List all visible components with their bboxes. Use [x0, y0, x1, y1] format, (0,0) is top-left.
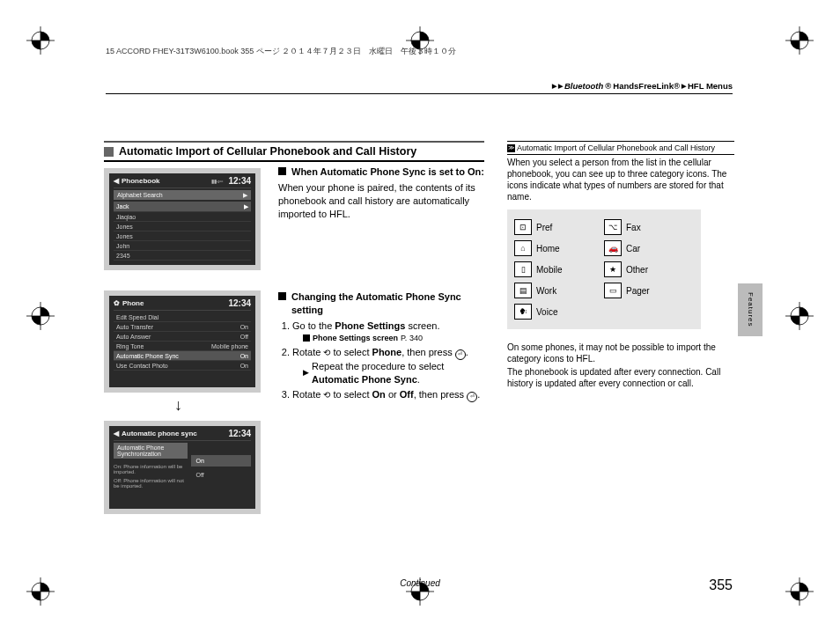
- signal-icon: ▮▮◃▫▫: [211, 178, 223, 184]
- reference-label: Phone Settings screen: [313, 333, 398, 343]
- list-item: Ring ToneMobile phone: [114, 342, 251, 351]
- mobile-icon: ▯: [514, 261, 532, 277]
- fax-icon: ⌥: [604, 219, 622, 235]
- registration-mark-icon: [26, 302, 55, 330]
- icon-label: Pref: [536, 223, 552, 232]
- list-item: Automatic Phone SyncOn: [114, 351, 251, 361]
- registration-mark-icon: [785, 302, 814, 330]
- reference-page: P. 340: [401, 333, 423, 343]
- car-icon: 🚗: [604, 240, 622, 256]
- back-icon: ◀: [114, 430, 119, 437]
- back-icon: ◀: [114, 177, 119, 185]
- list-item: Jiaqiao: [114, 212, 251, 222]
- chevron-icon: ≫: [507, 144, 515, 152]
- screenshot-auto-sync: ◀Automatic phone sync 12:34 Automatic Ph…: [104, 421, 261, 514]
- icon-label: Home: [536, 244, 560, 254]
- side-paragraph: The phonebook is updated after every con…: [507, 366, 734, 389]
- registration-mark-icon: [26, 577, 55, 606]
- side-title: ≫ Automatic Import of Cellular Phonebook…: [507, 141, 734, 155]
- continued-label: Continued: [400, 578, 440, 588]
- screen-title: Automatic phone sync: [122, 430, 197, 437]
- reference-icon: [303, 334, 310, 342]
- subheading: Changing the Automatic Phone Sync settin…: [291, 290, 484, 317]
- down-arrow-icon: ↓: [174, 396, 182, 415]
- option-on: On: [191, 455, 251, 467]
- breadcrumb: ▶▶ Bluetooth® HandsFreeLink® ▶ HFL Menus: [552, 81, 733, 91]
- list-item: Jack▶: [114, 202, 251, 212]
- note-text: On: Phone information will be imported.: [114, 464, 188, 474]
- icon-label: Fax: [626, 223, 641, 232]
- voice-icon: 🗣: [514, 304, 532, 320]
- list-item: Jones: [114, 222, 251, 231]
- step-1: Go to the Phone Settings screen. Phone S…: [292, 320, 484, 343]
- list-item: Auto AnswerOff: [114, 332, 251, 342]
- page-number: 355: [709, 577, 733, 593]
- square-bullet-icon: [104, 147, 114, 157]
- screenshot-phonebook: ◀Phonebook ▮▮◃▫▫12:34 Alphabet Search▶ J…: [104, 168, 261, 270]
- section-title: Automatic Import of Cellular Phonebook a…: [104, 141, 484, 162]
- list-item: Alphabet Search▶: [114, 190, 251, 200]
- registration-mark-icon: [785, 577, 814, 606]
- paragraph: When your phone is paired, the contents …: [278, 181, 484, 221]
- square-bullet-icon: [278, 167, 286, 175]
- note-text: Off: Phone information will not be impor…: [114, 478, 188, 489]
- side-title-text: Automatic Import of Cellular Phonebook a…: [517, 143, 715, 152]
- other-icon: ★: [604, 261, 622, 277]
- screen-title: Phonebook: [122, 177, 160, 185]
- selected-item: Automatic Phone Synchronization: [114, 443, 188, 459]
- crop-mark-text: 15 ACCORD FHEY-31T3W6100.book 355 ページ ２０…: [106, 46, 456, 57]
- registration-mark-icon: [785, 26, 814, 55]
- clock: 12:34: [228, 298, 251, 308]
- list-item: Jones: [114, 231, 251, 241]
- breadcrumb-reg: ®: [605, 81, 611, 91]
- side-paragraph: On some phones, it may not be possible t…: [507, 342, 734, 364]
- triangle-icon: ▶: [552, 83, 556, 90]
- breadcrumb-menus: HFL Menus: [688, 81, 733, 91]
- pref-icon: ⊡: [514, 219, 532, 235]
- gear-icon: ✿: [114, 299, 120, 307]
- body-block-change-setting: Changing the Automatic Phone Sync settin…: [278, 290, 484, 405]
- press-button-icon: ⏎: [455, 349, 466, 360]
- section-title-text: Automatic Import of Cellular Phonebook a…: [119, 145, 416, 158]
- press-button-icon: ⏎: [467, 392, 477, 402]
- triangle-icon: ▶: [303, 367, 309, 378]
- list-item: Auto TransferOn: [114, 322, 251, 332]
- body-block-sync-on: When Automatic Phone Sync is set to On: …: [278, 165, 484, 220]
- triangle-icon: ▶: [682, 83, 686, 90]
- list-item: Edit Speed Dial: [114, 312, 251, 322]
- breadcrumb-bluetooth: Bluetooth: [564, 81, 603, 91]
- breadcrumb-hfl: HandsFreeLink®: [613, 81, 680, 91]
- list-item: John: [114, 241, 251, 251]
- header-rule: [106, 93, 733, 94]
- list-item: 2345: [114, 251, 251, 261]
- side-paragraph: When you select a person from the list i…: [507, 157, 734, 202]
- side-tab-features: Features: [738, 283, 763, 336]
- icon-label: Work: [536, 286, 556, 296]
- icon-label: Mobile: [536, 265, 562, 275]
- step-3: Rotate ⟲ to select On or Off, then press…: [292, 388, 484, 402]
- screenshot-phone-settings: ✿Phone 12:34 Edit Speed Dial Auto Transf…: [104, 290, 261, 393]
- work-icon: ▤: [514, 283, 532, 298]
- square-bullet-icon: [278, 292, 286, 300]
- home-icon: ⌂: [514, 240, 532, 256]
- list-item: Use Contact PhotoOn: [114, 361, 251, 371]
- clock: 12:34: [228, 176, 251, 186]
- step-2: Rotate ⟲ to select Phone, then press ⏎. …: [292, 346, 484, 386]
- icon-label: Other: [626, 265, 648, 275]
- icon-category-table: ⊡Pref ⌥Fax ⌂Home 🚗Car ▯Mobile ★Other ▤Wo…: [507, 209, 701, 329]
- screen-title: Phone: [122, 299, 144, 307]
- clock: 12:34: [228, 429, 251, 438]
- triangle-icon: ▶: [558, 83, 563, 90]
- icon-label: Car: [626, 244, 640, 254]
- subheading: When Automatic Phone Sync is set to On:: [291, 165, 484, 179]
- icon-label: Voice: [536, 307, 557, 317]
- pager-icon: ▭: [604, 283, 622, 298]
- registration-mark-icon: [26, 26, 55, 55]
- icon-label: Pager: [626, 286, 650, 296]
- option-off: Off: [191, 469, 251, 481]
